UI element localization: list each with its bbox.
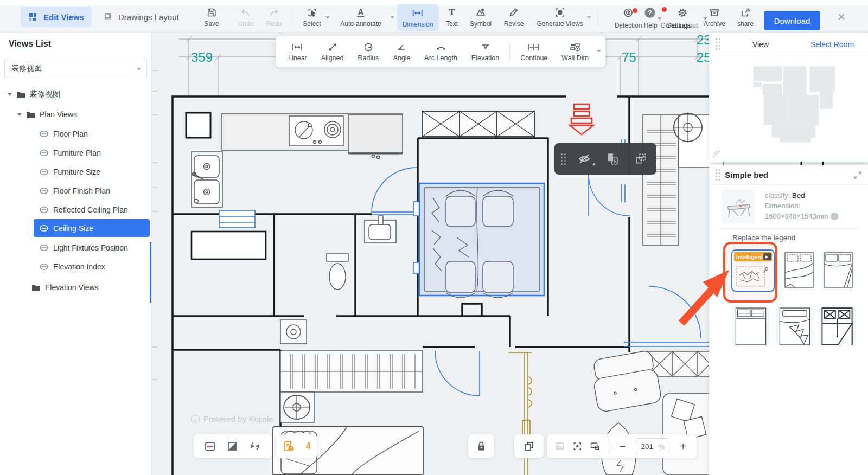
toolbar-divider [292,8,292,26]
expand-panel-icon[interactable] [854,171,861,179]
zoom-out-button[interactable]: − [616,440,628,453]
legend-option-6[interactable] [818,305,856,347]
download-button[interactable]: Download [764,11,820,30]
lock-bar[interactable] [468,434,494,458]
hide-options-caret[interactable] [592,162,595,165]
tree-item-floor-finish-plan[interactable]: Floor Finish Plan [39,183,110,199]
dimension-tool-button[interactable]: Dimension [397,4,439,31]
aligned-dim-button[interactable]: Aligned [314,42,351,62]
tree-plan-views-folder[interactable]: Plan Views [17,106,77,123]
replace-icon [605,152,620,166]
object-floating-toolbar [554,143,656,175]
settings-button[interactable] [677,7,688,18]
redo-button[interactable]: Redo [266,7,282,28]
tree-item-floor-plan[interactable]: Floor Plan [39,126,88,142]
panel-drag-handle-icon[interactable] [716,169,720,181]
tree-item-light-fixtures-position[interactable]: Light Fixtures Position [39,240,128,256]
drawings-layout-tab[interactable]: Drawings Layout [95,7,187,27]
close-icon[interactable]: × [833,9,850,25]
radius-dim-button[interactable]: Radius [350,42,386,62]
tree-item-furniture-size[interactable]: Furniture Size [39,164,100,180]
classify-value: Bed [792,191,805,200]
share-button[interactable]: share [737,7,754,28]
auto-annotate-dropdown-caret[interactable] [390,16,394,19]
save-button[interactable]: Save [204,7,219,28]
generate-views-dropdown-caret[interactable] [587,16,591,19]
detection-button[interactable] [623,7,634,18]
legend-option-5[interactable] [776,305,814,347]
collapse-caret[interactable] [17,113,22,116]
legend-option-3[interactable] [822,251,854,290]
panel-resize-handle[interactable] [712,150,721,158]
product-thumbnail[interactable] [722,190,755,223]
zoom-in-button[interactable]: + [677,440,689,453]
replace-legend-button[interactable] [598,152,627,166]
tab-view[interactable]: View [725,40,796,49]
archive-button[interactable]: Archive [704,7,725,28]
wall-dim-dropdown-caret[interactable] [597,50,601,53]
arc-length-dim-icon [435,42,447,53]
layout-sheet-icon[interactable] [204,440,216,452]
collapse-caret[interactable] [8,93,12,96]
revise-icon [508,7,519,18]
help-icon: ? [645,8,655,18]
select-tool-button[interactable]: Select [303,7,321,28]
auto-annotate-button[interactable]: A Auto-annotate [340,7,381,28]
zoom-level-field[interactable]: % [636,438,669,454]
view-link-icon [39,206,49,214]
zoom-region-icon[interactable] [590,440,601,452]
elevation-dim-icon [480,42,491,53]
kujiale-logo-icon [191,415,200,423]
view-link-icon [39,130,49,138]
text-tool-button[interactable]: T Text [446,7,458,28]
tree-item-reflected-ceiling-plan[interactable]: Reflected Ceiling Plan [39,202,128,218]
tree-root-folder[interactable]: 装修视图 [8,86,60,102]
joint-mark-icon[interactable] [248,440,261,452]
tree-item-elevation-index[interactable]: Elevation Index [39,259,105,275]
arc-length-dim-button[interactable]: Arc Length [417,42,464,62]
scale-icon [634,152,648,166]
generate-views-button[interactable]: Generate Views [537,7,583,28]
selected-bed[interactable] [419,183,544,298]
angle-dim-button[interactable]: Angle [386,42,417,62]
legend-option-2[interactable] [783,251,815,290]
tree-item-furniture-plan[interactable]: Furniture Plan [39,145,101,161]
sidebar-scrollbar[interactable] [150,242,151,303]
duplicate-bar[interactable] [514,434,544,458]
zoom-divider [609,439,609,453]
select-dropdown-caret[interactable] [326,16,330,19]
tree-item-ceiling-size-selected[interactable]: Ceiling Size [34,219,150,237]
symbol-tool-button[interactable]: Symbol [470,7,492,28]
drag-handle-icon[interactable] [561,153,566,165]
contrast-background-icon[interactable] [226,440,238,452]
help-dropdown-caret[interactable] [658,17,662,20]
view-set-dropdown[interactable]: 装修视图 [4,59,147,78]
edit-views-tab[interactable]: Edit Views [21,7,92,27]
view-link-icon [39,224,49,232]
top-toolbar: Edit Views Drawings Layout Save Undo Red… [0,0,868,33]
floor-plan-minimap[interactable] [735,65,854,157]
help-button[interactable]: ? [645,7,655,18]
dimension-label: Dimension: [765,201,838,211]
fit-view-icon[interactable] [572,440,583,452]
closet-x-top [422,111,534,137]
image-underlay-icon[interactable] [554,440,565,452]
zoom-level-input[interactable] [641,442,658,451]
drawings-layout-label: Drawings Layout [118,12,179,22]
scale-object-button[interactable] [627,152,655,166]
info-icon[interactable]: i [831,213,838,220]
views-list-sidebar: Views List 装修视图 装修视图 Plan Views Floor Pl… [0,33,152,475]
toolbar-divider [598,8,598,26]
continue-dim-button[interactable]: Continue [513,42,554,62]
issues-badge-bar[interactable]: 4 [276,434,317,458]
tree-elevation-views-folder[interactable]: Elevation Views [31,279,99,296]
elevation-dim-button[interactable]: Elevation [464,42,506,62]
lock-icon [475,440,487,452]
hide-object-button[interactable] [570,151,598,166]
panel-drag-handle-icon[interactable] [716,38,720,50]
linear-dim-button[interactable]: Linear [281,42,314,62]
wall-dim-button[interactable]: Wall Dim [554,42,596,62]
undo-button[interactable]: Undo [238,7,254,28]
tab-select-room[interactable]: Select Room [796,40,868,49]
revise-tool-button[interactable]: Revise [504,7,524,28]
